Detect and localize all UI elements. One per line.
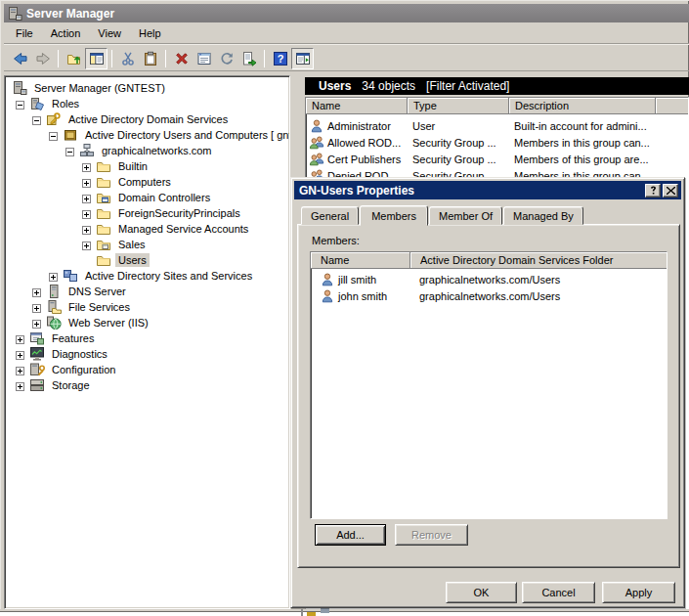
- column-header-description[interactable]: Description: [509, 98, 656, 114]
- tree-item-diagnostics[interactable]: Diagnostics: [5, 346, 289, 362]
- properties-window-button[interactable]: [193, 48, 215, 69]
- cut-scissors-button[interactable]: [116, 48, 139, 69]
- tree-item-foreignsecurityprincipals[interactable]: ForeignSecurityPrincipals: [5, 205, 289, 221]
- tree-item-roles[interactable]: Roles: [5, 96, 289, 111]
- tree-item-computers[interactable]: Computers: [5, 174, 289, 190]
- tree-item-dns-server[interactable]: DNS Server: [5, 284, 289, 299]
- ok-button[interactable]: OK: [446, 582, 517, 603]
- console-tree-toggle-button[interactable]: [85, 48, 108, 69]
- tree-item-graphicalnetworks-com[interactable]: graphicalnetworks.com: [5, 143, 289, 158]
- forward-arrow-button[interactable]: [31, 48, 54, 69]
- tree-item-features[interactable]: Features: [5, 330, 289, 346]
- menu-view[interactable]: View: [89, 24, 130, 42]
- dialog-close-button[interactable]: [663, 184, 678, 198]
- refresh-button[interactable]: [215, 48, 237, 69]
- results-column-headers: Name Type Description: [306, 98, 688, 114]
- tree-item-builtin[interactable]: Builtin: [5, 158, 289, 174]
- toolbar-separator: [58, 50, 59, 67]
- tree-item-web-server-iis[interactable]: Web Server (IIS): [5, 315, 289, 330]
- folder-ou-icon: [96, 237, 111, 252]
- menu-help[interactable]: Help: [130, 24, 170, 42]
- expand-plus-toggle[interactable]: [16, 366, 24, 374]
- expand-plus-toggle[interactable]: [32, 287, 41, 296]
- file-services-icon: [46, 299, 62, 315]
- user-icon: [320, 272, 335, 287]
- member-row[interactable]: jill smithgraphicalnetworks.com/Users: [311, 271, 667, 287]
- expand-plus-toggle[interactable]: [82, 194, 91, 202]
- export-list-button[interactable]: [237, 48, 260, 69]
- expand-plus-toggle[interactable]: [82, 225, 91, 234]
- tree-item-users[interactable]: Users: [5, 252, 289, 268]
- console-tree: Server Manager (GNTEST)RolesActive Direc…: [5, 80, 289, 393]
- expand-plus-toggle[interactable]: [16, 350, 24, 359]
- expand-minus-toggle[interactable]: [49, 131, 58, 140]
- action-pane-toggle-button[interactable]: [291, 48, 314, 69]
- row-type-cell: User: [408, 120, 509, 132]
- tab-general[interactable]: General: [301, 206, 359, 225]
- apply-button[interactable]: Apply: [602, 582, 675, 603]
- expand-plus-toggle[interactable]: [16, 334, 24, 343]
- expand-plus-toggle[interactable]: [82, 241, 91, 249]
- tree-item-domain-controllers[interactable]: Domain Controllers: [5, 190, 289, 205]
- tree-item-label: Roles: [49, 97, 82, 110]
- help-button[interactable]: ?: [269, 48, 291, 69]
- tree-item-active-directory-domain-services[interactable]: Active Directory Domain Services: [5, 111, 289, 127]
- tree-item-file-services[interactable]: File Services: [5, 299, 289, 315]
- forward-arrow-icon: [35, 51, 51, 66]
- tab-members[interactable]: Members: [360, 205, 428, 226]
- tree-item-managed-service-accounts[interactable]: Managed Service Accounts: [5, 221, 289, 237]
- results-filter-status: [Filter Activated]: [426, 79, 509, 93]
- paste-clipboard-icon: [143, 51, 158, 66]
- expand-minus-toggle[interactable]: [16, 100, 24, 109]
- expand-plus-toggle[interactable]: [82, 178, 91, 187]
- tree-item-server-manager-gntest[interactable]: Server Manager (GNTEST): [5, 80, 289, 96]
- expand-plus-toggle[interactable]: [82, 209, 91, 218]
- tree-item-label: Server Manager (GNTEST): [31, 81, 168, 95]
- tree-item-label: Features: [49, 331, 97, 345]
- paste-clipboard-button[interactable]: [139, 48, 161, 69]
- delete-x-button[interactable]: [170, 48, 193, 69]
- folder-icon: [96, 221, 111, 237]
- up-one-level-button[interactable]: [63, 48, 85, 69]
- expand-plus-toggle[interactable]: [82, 162, 91, 171]
- member-row[interactable]: john smithgraphicalnetworks.com/Users: [311, 287, 667, 304]
- table-row[interactable]: AdministratorUserBuilt-in account for ad…: [306, 117, 688, 134]
- cancel-button[interactable]: Cancel: [522, 582, 595, 603]
- expand-plus-toggle[interactable]: [32, 303, 41, 312]
- row-name-text: Allowed ROD...: [327, 137, 401, 149]
- expand-plus-toggle[interactable]: [49, 272, 58, 281]
- tree-item-active-directory-sites-and-services[interactable]: Active Directory Sites and Services: [5, 268, 289, 284]
- remove-button[interactable]: Remove: [395, 524, 468, 546]
- table-row[interactable]: Allowed ROD...Security Group ...Members …: [306, 134, 688, 151]
- members-column-name[interactable]: Name: [311, 252, 410, 269]
- tree-item-configuration[interactable]: Configuration: [5, 362, 289, 377]
- expand-plus-toggle[interactable]: [16, 381, 24, 390]
- dialog-help-button[interactable]: [645, 184, 661, 198]
- tab-managed-by[interactable]: Managed By: [503, 206, 583, 225]
- column-header-name[interactable]: Name: [306, 98, 408, 114]
- menu-file[interactable]: File: [7, 24, 42, 42]
- toolbar-separator: [264, 50, 265, 67]
- tab-member-of[interactable]: Member Of: [429, 206, 502, 225]
- tree-item-active-directory-users-and-computers-gntest[interactable]: Active Directory Users and Computers [ g…: [5, 127, 289, 143]
- tree-item-sales[interactable]: Sales: [5, 237, 289, 252]
- expand-plus-toggle[interactable]: [32, 319, 41, 328]
- expand-minus-toggle[interactable]: [65, 147, 74, 155]
- table-row[interactable]: Cert PublishersSecurity Group ...Members…: [306, 151, 688, 167]
- members-column-folder[interactable]: Active Directory Domain Services Folder: [410, 252, 667, 269]
- menu-action[interactable]: Action: [42, 24, 90, 42]
- row-description-cell: Members in this group can...: [509, 137, 688, 149]
- row-description-cell: Members of this group are...: [509, 154, 688, 165]
- action-pane-toggle-icon: [295, 51, 311, 66]
- toolbar: ?: [4, 46, 689, 71]
- add-button[interactable]: Add...: [315, 524, 386, 546]
- tree-item-label: Domain Controllers: [115, 191, 213, 204]
- expand-minus-toggle[interactable]: [32, 115, 41, 124]
- ad-domain-services-icon: [46, 111, 62, 127]
- tree-item-label: Sales: [115, 238, 149, 251]
- tree-item-storage[interactable]: Storage: [5, 377, 289, 393]
- column-header-type[interactable]: Type: [408, 98, 509, 114]
- members-rows: jill smithgraphicalnetworks.com/Usersjoh…: [311, 269, 667, 304]
- results-rows: AdministratorUserBuilt-in account for ad…: [306, 114, 688, 184]
- back-arrow-button[interactable]: [9, 48, 31, 69]
